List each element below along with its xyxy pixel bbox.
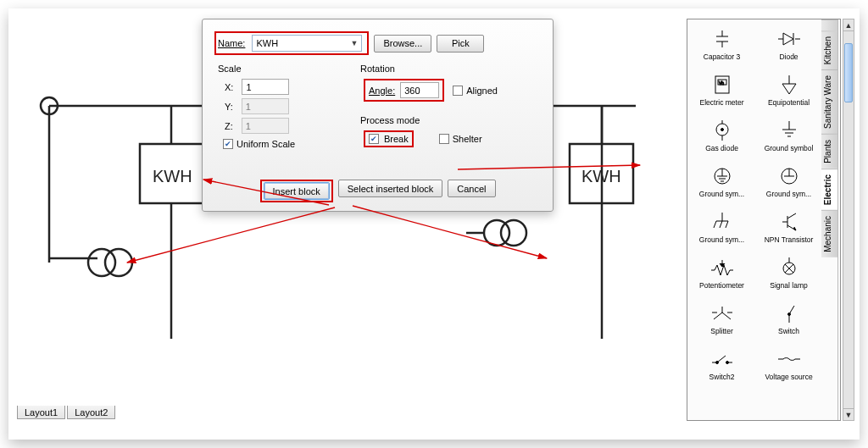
category-kitchen[interactable]: Kitchen	[821, 30, 837, 69]
insert-block-button[interactable]: Insert block	[264, 182, 330, 200]
aligned-label: Aligned	[466, 86, 498, 96]
select-inserted-block-button[interactable]: Select inserted block	[338, 180, 443, 197]
break-label: Break	[384, 134, 409, 144]
palette-item-diode[interactable]: Diode	[756, 21, 821, 65]
scale-group-title: Scale	[218, 64, 342, 74]
palette-item-equipotential[interactable]: Equipotential	[756, 67, 821, 111]
scale-y-input	[242, 98, 289, 114]
palette-item-ground-sym3[interactable]: Ground sym...	[756, 158, 821, 202]
pick-button[interactable]: Pick	[437, 35, 484, 53]
npn-transistor-icon	[779, 209, 799, 235]
chevron-down-icon: ▼	[350, 39, 358, 47]
kwh-right-text: KWH	[581, 167, 621, 185]
block-palette: Kitchen Sanitary Ware Plants Electric Me…	[687, 19, 841, 421]
svg-point-2	[105, 249, 132, 276]
palette-item-ground-sym2[interactable]: Ground sym...	[689, 158, 754, 202]
shelter-checkbox[interactable]	[439, 134, 449, 144]
category-plants[interactable]: Plants	[821, 134, 837, 169]
uniform-scale-label: Uniform Scale	[236, 139, 295, 149]
category-top[interactable]	[821, 19, 837, 30]
aligned-checkbox[interactable]	[453, 86, 463, 96]
svg-point-7	[501, 220, 526, 246]
diode-icon	[776, 26, 802, 52]
voltage-source-icon	[776, 346, 802, 372]
splitter-icon	[710, 301, 734, 326]
layout-tab-strip: Layout1 Layout2	[17, 406, 114, 421]
ground-circle-icon	[711, 163, 733, 189]
palette-item-npn-transistor[interactable]: NPN Transistor	[756, 204, 821, 248]
app-frame: KWH KWH Name: KWH ▼ Browse... Pick Scale…	[8, 8, 860, 440]
palette-grid: Capacitor 3 Diode Vh Electric meter Equi…	[689, 21, 821, 385]
scroll-up-icon[interactable]: ▲	[843, 19, 854, 31]
palette-item-capacitor3[interactable]: Capacitor 3	[689, 21, 754, 65]
signal-lamp-icon	[779, 255, 799, 280]
palette-scrollbar[interactable]: ▲ ▼	[843, 19, 854, 421]
process-mode-title: Process mode	[360, 115, 535, 125]
svg-point-16	[787, 312, 790, 315]
scale-z-label: Z:	[225, 121, 233, 131]
capacitor-icon	[711, 26, 733, 52]
block-name-combobox[interactable]: KWH ▼	[252, 35, 362, 52]
svg-point-18	[726, 361, 728, 363]
palette-item-ground-symbol[interactable]: Ground symbol	[756, 113, 821, 157]
scale-x-input[interactable]	[242, 79, 289, 95]
kwh-left-text: KWH	[153, 167, 192, 185]
svg-point-12	[721, 128, 723, 130]
palette-item-switch[interactable]: Switch	[756, 296, 821, 340]
potentiometer-icon	[709, 255, 735, 280]
palette-item-ground-sym4[interactable]: Ground sym...	[689, 204, 754, 248]
scroll-down-icon[interactable]: ▼	[843, 408, 854, 420]
palette-item-signal-lamp[interactable]: Signal lamp	[756, 250, 821, 294]
rotation-group-title: Rotation	[360, 64, 535, 74]
scale-y-label: Y:	[225, 102, 233, 112]
uniform-scale-checkbox[interactable]	[223, 139, 233, 149]
scale-x-label: X:	[225, 82, 233, 92]
tab-layout1[interactable]: Layout1	[17, 406, 65, 419]
palette-item-electric-meter[interactable]: Vh Electric meter	[689, 67, 754, 111]
palette-item-gas-diode[interactable]: Gas diode	[689, 113, 754, 157]
scroll-thumb[interactable]	[844, 43, 853, 102]
palette-item-splitter[interactable]: Splitter	[689, 296, 754, 340]
palette-item-potentiometer[interactable]: Potentiometer	[689, 250, 754, 294]
ground-icon	[780, 118, 798, 143]
break-checkbox[interactable]	[369, 134, 379, 144]
switch2-icon	[710, 346, 734, 372]
gas-diode-icon	[713, 118, 732, 143]
equipotential-icon	[780, 72, 798, 97]
svg-point-17	[715, 361, 718, 363]
tab-layout2[interactable]: Layout2	[67, 406, 115, 419]
palette-item-voltage-source[interactable]: Voltage source	[756, 341, 821, 385]
palette-item-switch2[interactable]: Switch2	[689, 341, 754, 385]
svg-text:Vh: Vh	[719, 80, 724, 85]
name-label: Name:	[218, 38, 245, 48]
svg-point-1	[88, 249, 115, 276]
angle-label: Angle:	[369, 86, 395, 96]
electric-meter-icon: Vh	[711, 72, 733, 97]
chassis-ground-icon	[712, 209, 732, 235]
cancel-button[interactable]: Cancel	[448, 180, 495, 197]
block-name-value: KWH	[256, 38, 278, 48]
category-mechanic[interactable]: Mechanic	[821, 210, 837, 257]
insert-block-dialog: Name: KWH ▼ Browse... Pick Scale X: Y:	[202, 19, 554, 212]
category-sanitary[interactable]: Sanitary Ware	[821, 69, 837, 134]
ground-circle2-icon	[778, 163, 800, 189]
scale-z-input	[242, 118, 289, 134]
category-electric[interactable]: Electric	[821, 169, 837, 210]
shelter-label: Shelter	[453, 134, 482, 144]
switch-icon	[782, 301, 797, 326]
angle-input[interactable]	[400, 82, 439, 98]
browse-button[interactable]: Browse...	[374, 35, 431, 53]
